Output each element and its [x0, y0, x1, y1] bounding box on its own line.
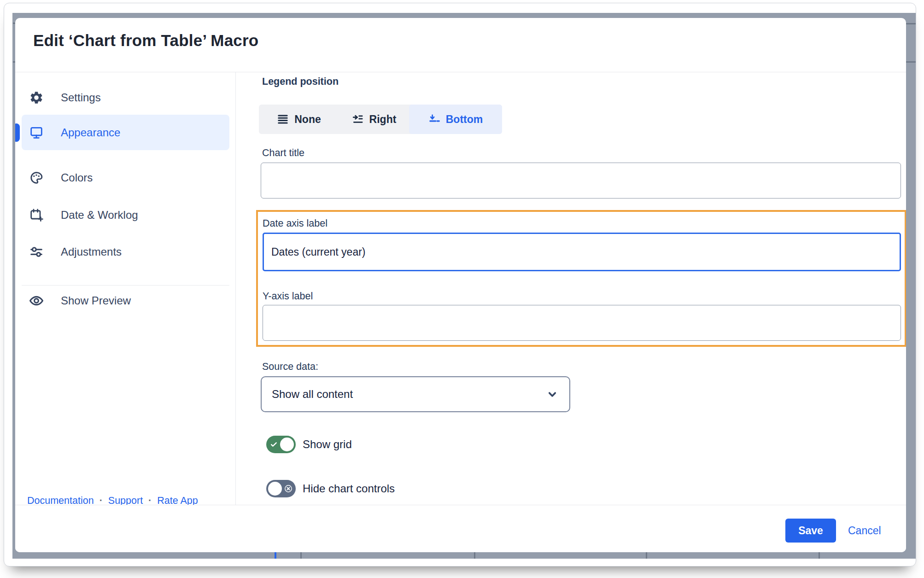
check-icon — [270, 441, 278, 449]
sidebar-item-colors[interactable]: Colors — [22, 164, 229, 191]
eye-icon — [29, 293, 44, 309]
sliders-icon — [29, 244, 44, 260]
toggle-knob — [268, 482, 282, 496]
show-grid-row: Show grid — [266, 436, 352, 453]
palette-icon — [29, 170, 44, 186]
hide-chart-controls-label: Hide chart controls — [303, 482, 395, 495]
toggle-knob — [280, 438, 294, 451]
legend-right-option[interactable]: Right — [339, 105, 409, 134]
source-data-value: Show all content — [272, 388, 353, 401]
show-grid-toggle[interactable] — [266, 436, 296, 453]
sidebar-item-label: Settings — [61, 91, 101, 104]
calendar-plus-icon — [29, 207, 44, 223]
sidebar-item-settings[interactable]: Settings — [22, 84, 229, 111]
sidebar-item-label: Colors — [61, 171, 93, 184]
backdrop-line — [275, 552, 276, 559]
legend-bottom-option[interactable]: Bottom — [409, 105, 502, 134]
cross-icon — [284, 484, 293, 493]
sidebar-divider — [22, 285, 229, 286]
source-data-label: Source data: — [262, 361, 318, 373]
sidebar-item-show-preview[interactable]: Show Preview — [22, 287, 229, 314]
appearance-panel: Legend position None Right — [259, 72, 906, 505]
hide-chart-controls-row: Hide chart controls — [266, 480, 395, 497]
edit-macro-dialog: Edit ‘Chart from Table’ Macro Settings A… — [15, 18, 906, 552]
legend-option-label: Right — [369, 113, 397, 126]
gear-icon — [29, 90, 44, 105]
legend-option-label: Bottom — [446, 113, 483, 126]
backdrop-line — [906, 61, 916, 63]
legend-position-label: Legend position — [262, 76, 339, 88]
legend-none-option[interactable]: None — [259, 105, 339, 134]
backdrop-line — [646, 552, 647, 559]
show-grid-label: Show grid — [303, 438, 352, 451]
sidebar: Settings Appearance Colors Date & Wor — [15, 72, 236, 505]
selected-item-indicator — [15, 123, 20, 142]
legend-position-control: None Right Bottom — [259, 105, 502, 134]
legend-bottom-icon — [428, 113, 440, 125]
backdrop-line — [906, 23, 916, 24]
sidebar-item-date-worklog[interactable]: Date & Worklog — [22, 202, 229, 228]
date-axis-label: Date axis label — [263, 218, 327, 229]
sidebar-item-adjustments[interactable]: Adjustments — [22, 239, 229, 265]
legend-option-label: None — [294, 113, 321, 126]
cancel-button[interactable]: Cancel — [848, 519, 881, 543]
dialog-title: Edit ‘Chart from Table’ Macro — [33, 29, 258, 52]
save-button[interactable]: Save — [785, 519, 836, 543]
chevron-down-icon — [545, 387, 559, 401]
dialog-footer: Save Cancel — [15, 505, 906, 552]
sidebar-item-label: Adjustments — [61, 245, 122, 258]
y-axis-input[interactable] — [263, 305, 901, 341]
hide-chart-controls-toggle[interactable] — [266, 480, 296, 497]
sidebar-item-label: Appearance — [61, 126, 120, 139]
monitor-icon — [29, 125, 44, 140]
backdrop-line — [819, 552, 820, 559]
backdrop-line — [474, 552, 475, 559]
screenshot-frame: Edit ‘Chart from Table’ Macro Settings A… — [4, 3, 916, 566]
backdrop-line — [300, 552, 302, 559]
y-axis-label: Y-axis label — [263, 291, 313, 302]
sidebar-item-label: Show Preview — [61, 294, 131, 307]
chart-title-input[interactable] — [261, 163, 901, 199]
source-data-select[interactable]: Show all content — [261, 376, 570, 412]
date-axis-input[interactable] — [263, 233, 901, 271]
sidebar-item-label: Date & Worklog — [61, 209, 138, 222]
legend-right-icon — [352, 113, 364, 125]
sidebar-item-appearance[interactable]: Appearance — [22, 115, 229, 150]
chart-title-label: Chart title — [262, 147, 304, 159]
legend-none-icon — [277, 113, 289, 125]
